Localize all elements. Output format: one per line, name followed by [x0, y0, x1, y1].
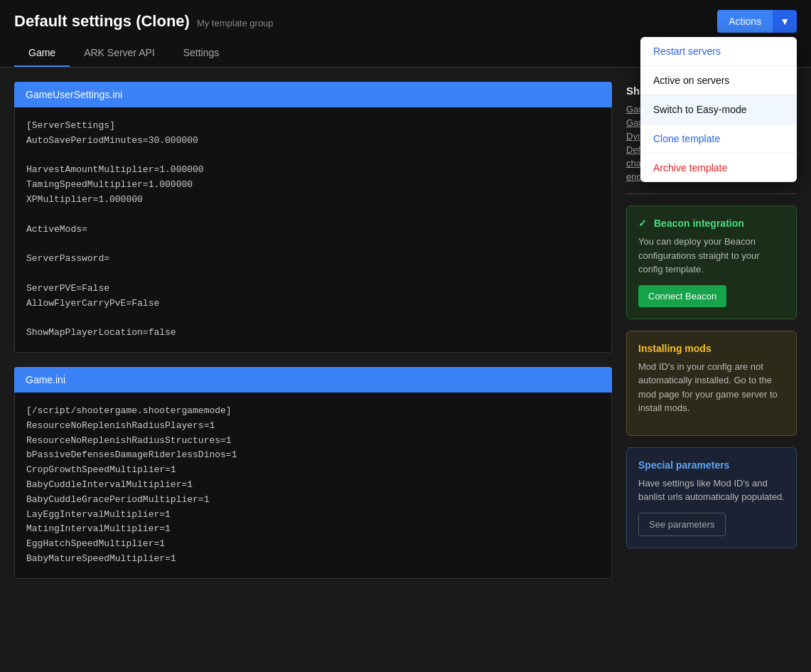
sidebar-divider: [626, 193, 797, 194]
special-card: Special parameters Have settings like Mo…: [626, 447, 797, 548]
special-card-title: Special parameters: [638, 459, 785, 471]
file-section-gameusersettings: GameUserSettings.ini [ServerSettings] Au…: [14, 82, 612, 353]
mods-card-title: Installing mods: [638, 343, 785, 354]
connect-beacon-button[interactable]: Connect Beacon: [638, 285, 726, 307]
file-content-gameusersettings[interactable]: [ServerSettings] AutoSavePeriodMinutes=3…: [26, 119, 600, 341]
checkmark-icon: ✓: [638, 218, 647, 229]
dropdown-menu: Restart servers Active on servers Switch…: [640, 37, 797, 182]
tab-ark-server-api[interactable]: ARK Server API: [70, 40, 169, 67]
file-body-gameusersettings: [ServerSettings] AutoSavePeriodMinutes=3…: [14, 107, 612, 353]
tab-game[interactable]: Game: [14, 40, 70, 67]
file-section-gameini: Game.ini [/script/shootergame.shootergam…: [14, 367, 612, 579]
dropdown-archive-template[interactable]: Archive template: [640, 154, 797, 182]
header-actions: Actions ▼: [717, 10, 797, 33]
actions-caret-button[interactable]: ▼: [773, 10, 797, 33]
beacon-card-text: You can deploy your Beacon configuration…: [638, 235, 785, 277]
mods-card: Installing mods Mod ID's in your config …: [626, 331, 797, 436]
left-panel: GameUserSettings.ini [ServerSettings] Au…: [14, 82, 612, 593]
tab-settings[interactable]: Settings: [169, 40, 234, 67]
file-body-gameini: [/script/shootergame.shootergamemode] Re…: [14, 393, 612, 579]
actions-button[interactable]: Actions: [717, 10, 773, 33]
beacon-card-title: ✓ Beacon integration: [638, 218, 785, 229]
file-header-gameini: Game.ini: [14, 367, 612, 393]
see-parameters-button[interactable]: See parameters: [638, 513, 726, 536]
mods-card-text: Mod ID's in your config are not automati…: [638, 360, 785, 415]
file-header-gameusersettings: GameUserSettings.ini: [14, 82, 612, 107]
dropdown-clone-template[interactable]: Clone template: [640, 124, 797, 154]
file-content-gameini[interactable]: [/script/shootergame.shootergamemode] Re…: [26, 404, 600, 567]
beacon-card: ✓ Beacon integration You can deploy your…: [626, 206, 797, 319]
dropdown-switch-easymode[interactable]: Switch to Easy-mode: [640, 95, 797, 124]
breadcrumb-link[interactable]: My template group: [197, 18, 274, 28]
dropdown-active-servers[interactable]: Active on servers: [640, 66, 797, 95]
page-title: Default settings (Clone): [14, 12, 190, 31]
special-card-text: Have settings like Mod ID's and banlist …: [638, 476, 785, 504]
dropdown-restart-servers[interactable]: Restart servers: [640, 37, 797, 66]
